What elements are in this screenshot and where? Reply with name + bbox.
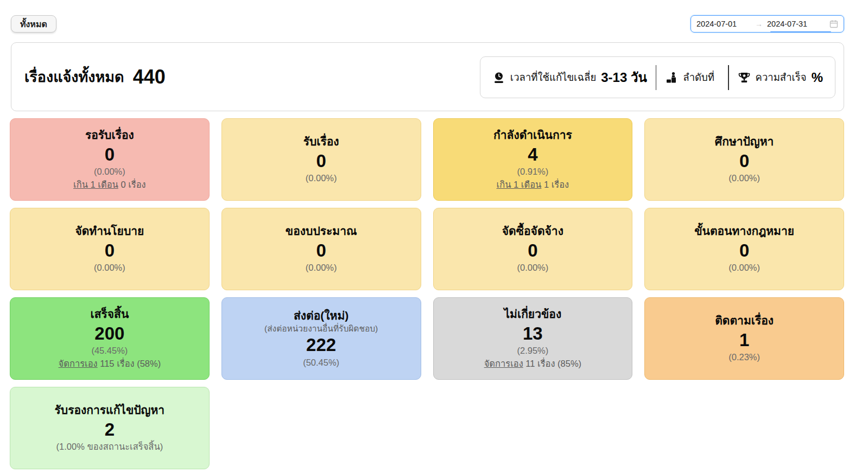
status-card-percent: (0.00%) bbox=[306, 261, 337, 275]
summary-card: เรื่องแจ้งทั้งหมด 440 เวลาที่ใช้แก้ไขเฉล… bbox=[11, 42, 844, 111]
ranking-icon bbox=[665, 71, 678, 84]
success-value: % bbox=[812, 70, 823, 85]
status-card-forwarded[interactable]: ส่งต่อ(ใหม่) (ส่งต่อหน่วยงานอื่นที่รับผิ… bbox=[221, 297, 421, 380]
status-card-title: รับเรื่อง bbox=[303, 134, 339, 149]
status-card-value: 13 bbox=[523, 322, 543, 345]
avg-fix-time-value: 3-13 วัน bbox=[601, 67, 647, 88]
total-reports-value: 440 bbox=[133, 66, 166, 88]
status-card-percent: (0.00%) bbox=[517, 261, 548, 275]
stats-divider bbox=[728, 65, 729, 90]
status-card-received[interactable]: รับเรื่อง 0 (0.00%) bbox=[221, 118, 421, 201]
summary-stats-box: เวลาที่ใช้แก้ไขเฉลี่ย 3-13 วัน ลำดับที่ bbox=[480, 56, 835, 98]
calendar-icon bbox=[829, 20, 838, 28]
status-card-link[interactable]: จัดการเอง bbox=[59, 359, 98, 368]
status-card-title: ของบประมาณ bbox=[286, 224, 357, 239]
status-card-in-progress[interactable]: กำลังดำเนินการ 4 (0.91%) เกิน 1 เดือน 1 … bbox=[433, 118, 633, 201]
status-card-value: 0 bbox=[105, 239, 115, 261]
status-card-certified[interactable]: รับรองการแก้ไขปัญหา 2 (1.00% ของสถานะเสร… bbox=[10, 387, 210, 469]
status-card-title: ติดตามเรื่อง bbox=[715, 313, 774, 328]
date-range-picker[interactable]: → bbox=[690, 15, 844, 33]
status-cards-grid: รอรับเรื่อง 0 (0.00%) เกิน 1 เดือน 0 เรื… bbox=[10, 118, 844, 469]
range-arrow-icon: → bbox=[755, 20, 763, 28]
status-card-value: 0 bbox=[739, 150, 749, 172]
status-card-title: จัดทำนโยบาย bbox=[75, 224, 144, 239]
status-card-value: 200 bbox=[94, 322, 124, 345]
status-card-title: รับรองการแก้ไขปัญหา bbox=[55, 403, 165, 418]
status-card-link[interactable]: เกิน 1 เดือน bbox=[497, 180, 542, 189]
active-date-indicator bbox=[770, 31, 831, 33]
status-card-value: 1 bbox=[739, 329, 749, 351]
avg-fix-time-label: เวลาที่ใช้แก้ไขเฉลี่ย bbox=[510, 69, 596, 85]
status-card-link[interactable]: เกิน 1 เดือน bbox=[73, 180, 118, 189]
total-reports: เรื่องแจ้งทั้งหมด 440 bbox=[24, 65, 166, 88]
status-card-title: รอรับเรื่อง bbox=[85, 127, 134, 143]
status-card-title: ขั้นตอนทางกฎหมาย bbox=[694, 224, 794, 239]
status-card-waiting[interactable]: รอรับเรื่อง 0 (0.00%) เกิน 1 เดือน 0 เรื… bbox=[10, 118, 210, 201]
status-card-link-suffix: 1 เรื่อง bbox=[541, 180, 569, 189]
status-card-done[interactable]: เสร็จสิ้น 200 (45.45%) จัดการเอง 115 เรื… bbox=[10, 297, 210, 380]
status-card-value: 0 bbox=[316, 150, 326, 172]
status-card-procurement[interactable]: จัดซื้อจัดจ้าง 0 (0.00%) bbox=[433, 208, 633, 290]
filter-all-button[interactable]: ทั้งหมด bbox=[11, 15, 56, 33]
clock-icon bbox=[492, 71, 505, 84]
status-card-title: จัดซื้อจัดจ้าง bbox=[502, 224, 563, 239]
status-card-extra: จัดการเอง 11 เรื่อง (85%) bbox=[484, 358, 581, 371]
trophy-icon bbox=[738, 71, 751, 84]
status-card-link-suffix: 11 เรื่อง (85%) bbox=[523, 359, 581, 368]
success-label: ความสำเร็จ bbox=[756, 69, 807, 85]
status-card-percent: (0.00%) bbox=[728, 261, 760, 275]
status-card-extra: เกิน 1 เดือน 1 เรื่อง bbox=[497, 178, 569, 192]
status-card-percent: (0.00%) bbox=[94, 261, 125, 275]
status-card-follow-up[interactable]: ติดตามเรื่อง 1 (0.23%) bbox=[644, 297, 844, 380]
stats-divider bbox=[656, 65, 657, 90]
status-card-subtitle: (ส่งต่อหน่วยงานอื่นที่รับผิดชอบ) bbox=[264, 323, 378, 334]
status-card-title: ศึกษาปัญหา bbox=[715, 134, 774, 149]
ranking-stat: ลำดับที่ bbox=[665, 69, 719, 85]
status-card-title: ไม่เกี่ยวข้อง bbox=[504, 307, 562, 322]
status-card-value: 2 bbox=[105, 418, 115, 441]
status-card-link-suffix: 0 เรื่อง bbox=[118, 180, 146, 189]
status-card-value: 222 bbox=[306, 334, 336, 356]
status-card-percent: (0.91%) bbox=[517, 165, 548, 178]
status-card-percent: (45.45%) bbox=[91, 345, 128, 358]
status-card-percent: (0.00%) bbox=[306, 172, 337, 185]
status-card-value: 4 bbox=[528, 143, 537, 165]
status-card-percent: (0.00%) bbox=[728, 172, 760, 185]
status-card-extra: จัดการเอง 115 เรื่อง (58%) bbox=[59, 358, 161, 371]
status-card-title: กำลังดำเนินการ bbox=[493, 127, 572, 143]
total-reports-label: เรื่องแจ้งทั้งหมด bbox=[24, 65, 124, 88]
status-card-title: เสร็จสิ้น bbox=[90, 307, 129, 322]
status-card-value: 0 bbox=[528, 239, 537, 261]
status-card-value: 0 bbox=[316, 239, 326, 261]
status-card-legal[interactable]: ขั้นตอนทางกฎหมาย 0 (0.00%) bbox=[644, 208, 844, 290]
status-card-percent: (50.45%) bbox=[303, 356, 339, 369]
status-card-link-suffix: 115 เรื่อง (58%) bbox=[98, 359, 161, 368]
status-card-value: 0 bbox=[105, 143, 115, 165]
status-card-percent: (0.23%) bbox=[728, 351, 760, 364]
status-card-value: 0 bbox=[739, 239, 749, 261]
status-card-percent: (1.00% ของสถานะเสร็จสิ้น) bbox=[56, 441, 163, 454]
ranking-label: ลำดับที่ bbox=[683, 69, 714, 85]
status-card-policy[interactable]: จัดทำนโยบาย 0 (0.00%) bbox=[10, 208, 210, 290]
status-card-extra: เกิน 1 เดือน 0 เรื่อง bbox=[73, 178, 146, 192]
status-card-percent: (0.00%) bbox=[94, 165, 125, 178]
status-card-unrelated[interactable]: ไม่เกี่ยวข้อง 13 (2.95%) จัดการเอง 11 เร… bbox=[433, 297, 633, 380]
status-card-title: ส่งต่อ(ใหม่) bbox=[294, 308, 349, 323]
status-card-link[interactable]: จัดการเอง bbox=[484, 359, 523, 368]
status-card-study[interactable]: ศึกษาปัญหา 0 (0.00%) bbox=[644, 118, 844, 201]
success-stat: ความสำเร็จ % bbox=[738, 69, 823, 85]
avg-fix-time-stat: เวลาที่ใช้แก้ไขเฉลี่ย 3-13 วัน bbox=[492, 67, 647, 88]
topbar: ทั้งหมด → bbox=[0, 0, 868, 38]
end-date-input[interactable] bbox=[767, 20, 825, 28]
status-card-budget[interactable]: ของบประมาณ 0 (0.00%) bbox=[221, 208, 421, 290]
status-card-percent: (2.95%) bbox=[517, 345, 548, 358]
start-date-input[interactable] bbox=[696, 20, 754, 28]
